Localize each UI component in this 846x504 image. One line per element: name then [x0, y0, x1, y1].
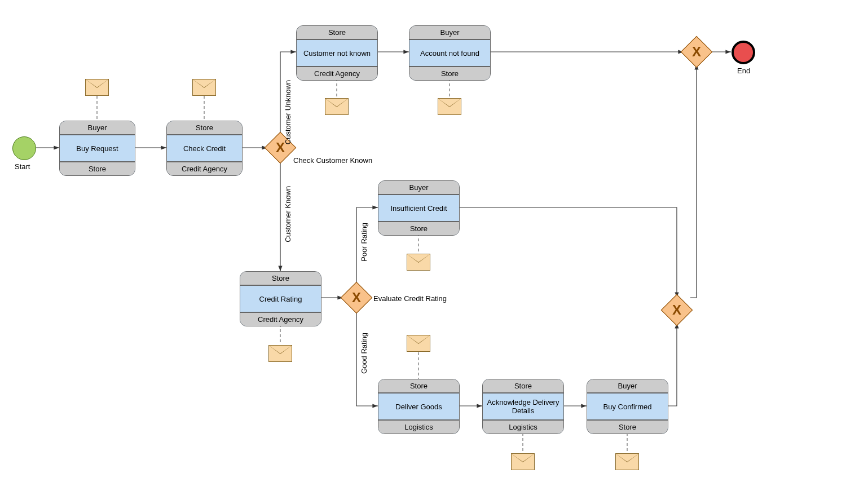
task-customer-not-known: Store Customer not known Credit Agency	[296, 25, 378, 81]
task-footer: Store	[378, 222, 459, 235]
task-footer: Credit Agency	[297, 67, 377, 80]
edge-label-good-rating: Good Rating	[360, 333, 368, 374]
task-deliver-goods: Store Deliver Goods Logistics	[378, 379, 460, 434]
task-header: Store	[483, 379, 563, 393]
task-buy-request: Buyer Buy Request Store	[59, 121, 135, 176]
start-event	[12, 136, 36, 160]
task-header: Buyer	[409, 26, 490, 39]
task-body: Buy Confirmed	[587, 394, 668, 419]
message-icon	[192, 79, 216, 96]
task-footer: Logistics	[378, 420, 459, 434]
message-icon	[325, 98, 349, 115]
edge-label-customer-known: Customer Known	[284, 186, 292, 242]
task-body: Account not found	[409, 40, 490, 66]
task-body: Buy Request	[60, 135, 135, 161]
task-body: Check Credit	[167, 135, 242, 161]
task-ack-delivery: Store Acknowledge Delivery Details Logis…	[482, 379, 564, 434]
task-footer: Store	[409, 67, 490, 80]
task-check-credit: Store Check Credit Credit Agency	[166, 121, 243, 176]
task-body: Deliver Goods	[378, 394, 459, 419]
task-header: Store	[297, 26, 377, 39]
message-icon	[268, 345, 292, 362]
end-event	[732, 41, 755, 64]
task-header: Store	[378, 379, 459, 393]
task-header: Buyer	[60, 121, 135, 135]
task-account-not-found: Buyer Account not found Store	[409, 25, 491, 81]
message-icon	[438, 98, 461, 115]
task-body: Credit Rating	[240, 286, 321, 312]
task-body: Acknowledge Delivery Details	[483, 394, 563, 419]
task-credit-rating: Store Credit Rating Credit Agency	[240, 271, 321, 326]
edge-label-customer-unknown: Customer Unknown	[284, 80, 292, 144]
gateway-evaluate-credit-label: Evaluate Credit Rating	[373, 294, 447, 303]
task-buy-confirmed: Buyer Buy Confirmed Store	[587, 379, 668, 434]
gateway-evaluate-credit: X	[341, 282, 373, 314]
task-footer: Credit Agency	[240, 312, 321, 326]
task-body: Customer not known	[297, 40, 377, 66]
gateway-check-customer-label: Check Customer Known	[293, 156, 372, 165]
message-icon	[85, 79, 109, 96]
message-icon	[615, 453, 639, 470]
task-insufficient-credit: Buyer Insufficient Credit Store	[378, 180, 460, 236]
task-header: Store	[167, 121, 242, 135]
gateway-merge-right: X	[661, 294, 693, 326]
message-icon	[511, 453, 535, 470]
task-footer: Store	[587, 420, 668, 434]
task-header: Buyer	[378, 181, 459, 194]
message-icon	[407, 335, 430, 352]
gateway-merge-top: X	[681, 36, 713, 68]
task-footer: Logistics	[483, 420, 563, 434]
task-footer: Store	[60, 162, 135, 175]
task-body: Insufficient Credit	[378, 195, 459, 221]
start-label: Start	[15, 162, 30, 171]
end-label: End	[737, 67, 750, 75]
edge-label-poor-rating: Poor Rating	[360, 223, 368, 262]
task-header: Buyer	[587, 379, 668, 393]
task-header: Store	[240, 272, 321, 285]
message-icon	[407, 254, 430, 271]
task-footer: Credit Agency	[167, 162, 242, 175]
